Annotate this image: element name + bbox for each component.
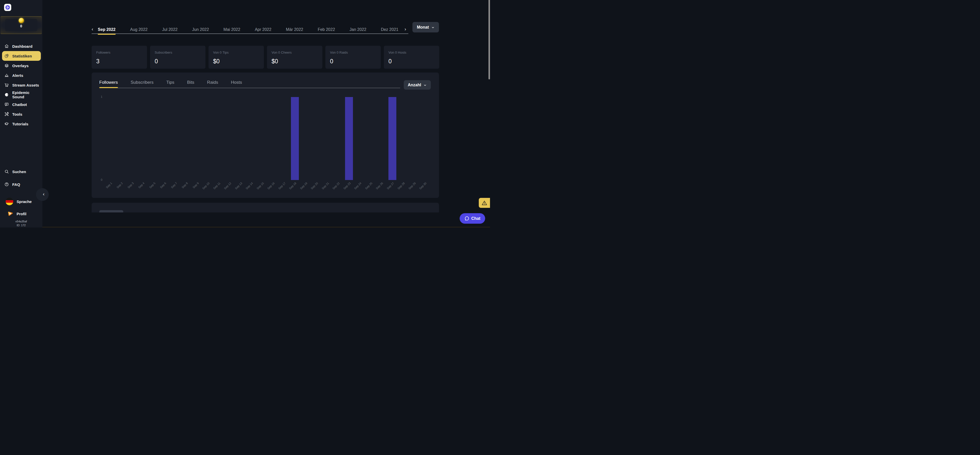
coin-icon — [19, 18, 24, 23]
month-tab-mar-2022[interactable]: Mär 2022 — [286, 27, 303, 32]
month-tabs-bar: ‹ Sep 2022 Aug 2022 Jul 2022 Jun 2022 Ma… — [92, 25, 408, 34]
sidebar-item-alerts[interactable]: Alerts — [0, 70, 42, 80]
chart-tab-followers[interactable]: Followers — [99, 80, 118, 85]
month-tab-aug-2022[interactable]: Aug 2022 — [130, 27, 148, 32]
sidebar-item-chatbot[interactable]: Chatbot — [0, 100, 42, 109]
vertical-scrollbar[interactable] — [488, 0, 490, 80]
search-icon — [4, 169, 9, 174]
x-axis-label: Sep 13 — [234, 182, 243, 190]
sidebar-item-label: Chatbot — [12, 102, 27, 107]
chart-bar-sep-18 — [291, 97, 299, 180]
shopping-cart-icon — [4, 83, 9, 87]
x-axis-label: Sep 8 — [181, 182, 189, 189]
sidebar-collapse-button[interactable]: ‹ — [36, 188, 49, 201]
sidebar-item-tools[interactable]: Tools — [0, 109, 42, 119]
profile-label: Profil — [17, 212, 26, 216]
x-axis-label: Sep 24 — [353, 182, 362, 190]
chevron-down-icon — [423, 83, 427, 87]
month-tab-sep-2022[interactable]: Sep 2022 — [98, 27, 115, 32]
stat-card-value: $0 — [272, 58, 318, 65]
skeleton-chip — [99, 210, 123, 212]
sidebar-item-label: Tools — [12, 112, 22, 117]
sidebar-item-label: Alerts — [12, 73, 23, 78]
sidebar-item-search[interactable]: Suchen — [0, 169, 42, 174]
coin-banner[interactable]: 0 — [0, 16, 42, 34]
x-axis-label: Sep 2 — [116, 182, 124, 189]
language-label: Sprache — [17, 200, 32, 204]
x-axis-label: Sep 17 — [278, 182, 286, 190]
warning-button[interactable] — [479, 198, 490, 208]
chart-bar-sep-27 — [388, 97, 396, 180]
range-selector-dropdown[interactable]: Monat — [412, 22, 439, 32]
pie-chart-icon — [4, 54, 9, 58]
warning-triangle-icon — [481, 200, 488, 206]
stat-card-subscribers: Subscribers 0 — [150, 46, 205, 69]
sidebar-item-dashboard[interactable]: Dashboard — [0, 42, 42, 51]
unit-selector-dropdown[interactable]: Anzahl — [404, 80, 431, 89]
user-id-text: ID: 172 — [0, 224, 42, 227]
stat-card-value: 3 — [96, 58, 142, 65]
bottom-edge-strip — [0, 227, 490, 228]
sidebar-item-statistiken[interactable]: Statistiken — [2, 51, 41, 61]
month-tab-jan-2022[interactable]: Jan 2022 — [350, 27, 366, 32]
tools-icon — [4, 112, 9, 117]
stat-card-tips: Von 0 Tips $0 — [208, 46, 264, 69]
x-axis-label: Sep 5 — [148, 182, 156, 189]
chat-button[interactable]: Chat — [460, 213, 485, 224]
x-axis-label: Sep 30 — [418, 182, 427, 190]
chat-button-label: Chat — [471, 216, 480, 221]
sidebar-item-label: Statistiken — [12, 54, 32, 58]
chevron-down-icon — [431, 26, 434, 29]
chart-tab-bits[interactable]: Bits — [187, 80, 194, 85]
app-logo[interactable] — [4, 4, 11, 11]
x-axis-label: Sep 4 — [138, 182, 145, 189]
month-tab-apr-2022[interactable]: Apr 2022 — [255, 27, 271, 32]
sidebar-item-tutorials[interactable]: Tutorials — [0, 119, 42, 129]
x-axis-label: Sep 27 — [386, 182, 395, 190]
language-selector[interactable]: Sprache — [0, 198, 44, 205]
unit-selector-label: Anzahl — [408, 83, 421, 87]
month-tab-feb-2022[interactable]: Feb 2022 — [318, 27, 335, 32]
stat-card-value: 0 — [388, 58, 434, 65]
chart-tab-subscribers[interactable]: Subscribers — [130, 80, 154, 85]
profile-menu[interactable]: Profil — [0, 210, 44, 217]
chart-tab-hosts[interactable]: Hosts — [231, 80, 242, 85]
month-tab-jun-2022[interactable]: Jun 2022 — [192, 27, 209, 32]
stat-card-label: Followers — [96, 51, 142, 54]
chart-tab-tips[interactable]: Tips — [166, 80, 175, 85]
x-axis-label: Sep 3 — [127, 182, 134, 189]
sidebar-item-label: Epidemic Sound — [12, 90, 42, 99]
chart-panel: Followers Subscribers Tips Bits Raids Ho… — [92, 72, 439, 198]
x-axis-label: Sep 28 — [397, 182, 405, 190]
month-tab-mai-2022[interactable]: Mai 2022 — [224, 27, 240, 32]
month-tab-dez-2021[interactable]: Dez 2021 — [381, 27, 398, 32]
sidebar-item-epidemic-sound[interactable]: Epidemic Sound — [0, 90, 42, 100]
months-next-button[interactable]: › — [404, 27, 406, 31]
german-flag-icon — [6, 198, 13, 205]
sidebar-item-overlays[interactable]: Overlays — [0, 61, 42, 70]
stat-card-hosts: Von 0 Hosts 0 — [384, 46, 439, 69]
coin-count: 0 — [0, 24, 42, 28]
sidebar-item-stream-assets[interactable]: Stream Assets — [0, 80, 42, 90]
stat-card-label: Von 0 Cheers — [272, 51, 318, 54]
x-axis-label: Sep 26 — [375, 182, 383, 190]
months-prev-button[interactable]: ‹ — [92, 27, 93, 31]
sidebar-item-label: Dashboard — [12, 44, 32, 48]
sidebar-item-faq[interactable]: FAQ — [0, 182, 42, 187]
chart-tab-raids[interactable]: Raids — [207, 80, 218, 85]
y-axis-tick-min: 0 — [96, 178, 102, 181]
stat-card-label: Subscribers — [155, 51, 201, 54]
sidebar-item-label: Stream Assets — [12, 83, 39, 87]
sidebar-item-label: Overlays — [12, 64, 29, 68]
x-axis-label: Sep 25 — [364, 182, 373, 190]
next-section-panel — [92, 203, 439, 212]
stat-card-value: 0 — [155, 58, 201, 65]
x-axis-label: Sep 18 — [288, 182, 297, 190]
x-axis-label: Sep 22 — [332, 182, 340, 190]
stat-card-value: 0 — [330, 58, 376, 65]
x-axis-label: Sep 6 — [159, 182, 167, 189]
month-tab-jul-2022[interactable]: Jul 2022 — [162, 27, 178, 32]
profile-avatar — [6, 210, 13, 217]
x-axis-label: Sep 21 — [321, 182, 329, 190]
chat-bubble-icon — [4, 102, 9, 107]
